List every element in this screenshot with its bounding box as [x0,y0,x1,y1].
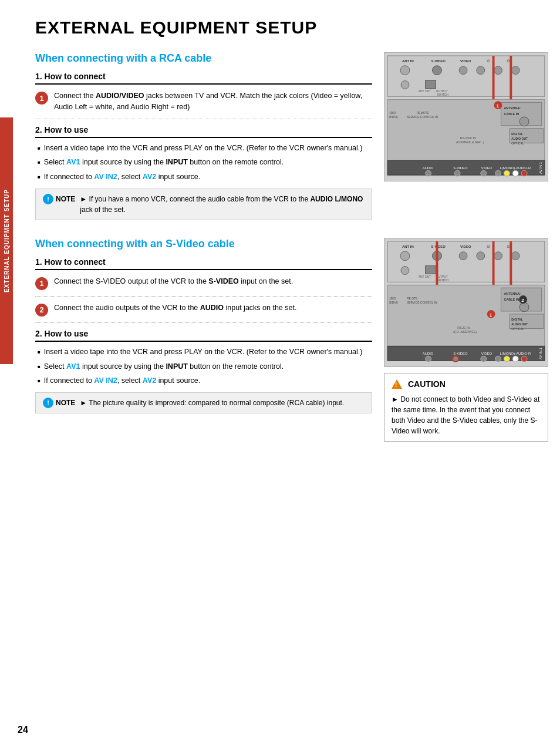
svg-text:B/DVI): B/DVI) [389,116,398,119]
rca-input-label: INPUT [166,158,188,166]
svideo-connect-heading: 1. How to connect [35,257,372,270]
svideo-bullet-2: Select AV1 input source by using the INP… [35,361,372,372]
svg-text:RS.2C IN: RS.2C IN [457,326,470,329]
svg-text:SWITCH: SWITCH [437,279,448,282]
rca-diagram-container: ANT IN S-VIDEO VIDEO ⊙ ⊙ ANT OUT [384,52,548,226]
rca-step-1-text: Connect the AUDIO/VIDEO jacks between TV… [54,90,372,113]
svg-rect-14 [426,80,436,89]
svg-text:AV IN 1: AV IN 1 [539,161,542,174]
svg-text:RE.OTE: RE.OTE [407,297,418,300]
svg-text:CABLE IN: CABLE IN [504,112,519,116]
caution-title: ! CAUTION [392,378,541,391]
svg-point-96 [426,356,431,362]
svideo-av1-label: AV1 [66,362,80,371]
rca-avin2-label: AV IN2 [94,173,117,181]
caution-icon: ! [392,379,402,389]
svg-text:S-VIDEO: S-VIDEO [453,352,468,355]
rca-bullet-3: If connected to AV IN2, select AV2 input… [35,171,372,183]
svg-point-8 [433,66,442,75]
svideo-step-1-text: Connect the S-VIDEO output of the VCR to… [54,276,293,287]
svg-rect-64 [426,265,436,274]
svideo-input-label: INPUT [166,362,188,371]
svg-text:OPTICAL: OPTICAL [511,327,524,330]
svideo-bullet-1: Insert a video tape into the VCR and pre… [35,346,372,358]
svideo-bullet-1-text: Insert a video tape into the VCR and pre… [44,346,362,358]
svg-text:AV IN 1: AV IN 1 [539,347,542,359]
rca-bullet-1: Insert a video tape into the VCR and pre… [35,143,372,154]
svideo-left: When connecting with an S-Video cable 1.… [35,238,372,442]
rca-step-1: 1 Connect the AUDIO/VIDEO jacks between … [35,90,372,119]
side-tab-label: EXTERNAL EQUIPMENT SETUP [4,189,10,292]
svg-point-75 [519,302,529,312]
svideo-audio-label: AUDIO [200,304,224,312]
svg-text:RS-232C IN: RS-232C IN [460,137,476,140]
svg-text:SWITCH: SWITCH [437,93,448,96]
page-number: 24 [18,725,28,735]
svg-text:ANTENNA/: ANTENNA/ [504,292,521,295]
svg-point-43 [426,170,431,176]
svg-rect-80 [510,314,543,329]
svg-text:SERVICE  CONTROL IN: SERVICE CONTROL IN [407,116,438,119]
svg-point-49 [521,170,527,176]
svg-text:REMOTE: REMOTE [417,112,430,115]
svg-point-9 [459,66,467,75]
svideo-note-label: ! NOTE [43,398,75,408]
svg-text:S-VIDEO: S-VIDEO [431,59,446,63]
svideo-step-circle-1: 1 [35,277,48,290]
svg-text:OPTICAL: OPTICAL [511,142,524,145]
svg-text:B/DVI): B/DVI) [389,301,398,304]
rca-note-content: ► If you have a mono VCR, connect the au… [80,194,365,215]
svg-text:⊙: ⊙ [487,244,490,248]
svg-text:OUTPUT: OUTPUT [436,90,447,93]
svg-rect-27 [510,129,543,143]
svg-text:VIDEO: VIDEO [460,245,471,248]
svg-text:AUDIO OUT: AUDIO OUT [511,322,528,325]
svg-point-63 [401,266,409,274]
rca-heading: When connecting with a RCA cable [35,52,372,65]
svideo-heading: When connecting with an S-Video cable [35,238,372,250]
svg-text:ANT OUT: ANT OUT [419,90,431,93]
svg-text:JDIO: JDIO [389,297,396,300]
svideo-diagram: ANT IN S-VIDEO VIDEO ⊙ ⊙ ANT OUT [384,238,548,367]
svg-point-44 [454,170,460,176]
svg-point-102 [521,356,527,362]
svg-point-59 [459,252,467,260]
svg-text:ANT OUT: ANT OUT [419,275,431,278]
svg-point-98 [481,356,487,362]
rca-use-section: 2. How to use Insert a video tape into t… [35,125,372,183]
svg-point-57 [400,251,410,261]
svg-rect-69 [492,241,495,291]
rca-av2-label: AV2 [143,173,156,181]
svg-text:1: 1 [497,103,500,109]
svg-point-100 [504,356,510,362]
svg-text:⊙: ⊙ [487,59,490,63]
svg-text:S-VIDEO: S-VIDEO [431,245,446,248]
svideo-av2-label: AV2 [143,376,156,385]
svg-point-60 [477,252,485,260]
svg-text:VIDEO: VIDEO [481,166,492,170]
svg-text:AUDIO: AUDIO [423,352,434,355]
svg-text:VIDEO: VIDEO [481,352,492,355]
rca-note-icon: ! [43,194,53,204]
rca-bullet-2-text: Select AV1 input source by using the INP… [44,157,284,168]
rca-left: When connecting with a RCA cable 1. How … [35,52,372,226]
svg-text:S-VIDEO: S-VIDEO [453,166,468,170]
rca-bullet-2: Select AV1 input source by using the INP… [35,157,372,168]
svideo-use-heading: 2. How to use [35,329,372,342]
svg-point-13 [401,81,409,89]
svg-point-101 [512,356,518,362]
svideo-section: When connecting with an S-Video cable 1.… [35,238,548,442]
svg-point-24 [519,117,529,126]
rca-note-label: ! NOTE [43,194,75,204]
svg-point-7 [400,66,410,75]
svideo-note-content: ► The picture quality is improved: compa… [80,398,365,408]
rca-section: When connecting with a RCA cable 1. How … [35,52,548,226]
svg-point-62 [511,252,519,260]
svg-rect-70 [510,241,512,291]
svideo-right: ANT IN S-VIDEO VIDEO ⊙ ⊙ ANT OUT [384,238,548,442]
rca-use-heading: 2. How to use [35,125,372,138]
svg-text:ANT IN: ANT IN [402,59,414,63]
svg-text:2: 2 [521,298,524,303]
rca-av1-label: AV1 [66,158,80,166]
svg-text:(CONTROL & SER...): (CONTROL & SER...) [456,141,484,144]
